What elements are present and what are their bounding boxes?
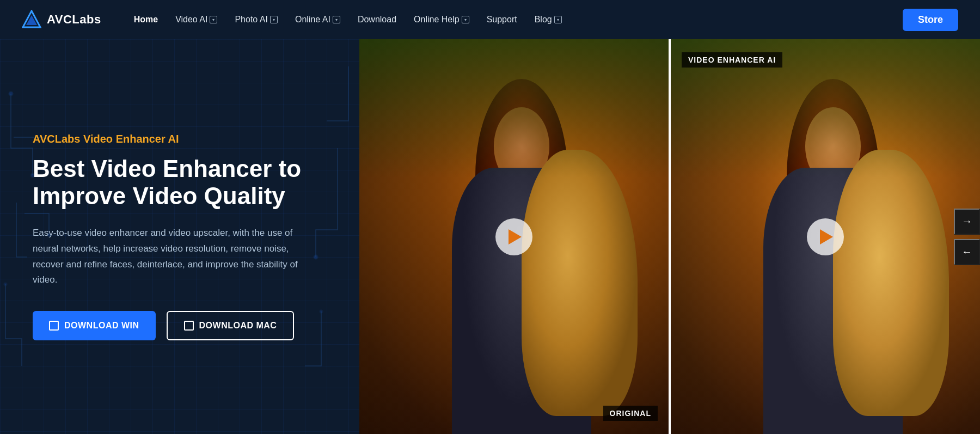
svg-point-4 <box>4 283 7 286</box>
next-arrow-button[interactable]: → <box>954 209 980 235</box>
enhanced-video-section: VIDEO ENHANCER AI → ← <box>671 39 980 434</box>
download-mac-button[interactable]: DOWNLOAD MAC <box>167 311 295 340</box>
logo-area[interactable]: AVCLabs <box>22 10 101 29</box>
chevron-down-icon: ▾ <box>554 16 562 23</box>
avclab-logo-icon <box>22 10 41 29</box>
nav-photo-ai[interactable]: Photo AI ▾ <box>235 15 278 25</box>
original-video-section: ORIGINAL <box>359 39 669 434</box>
play-icon <box>509 229 522 244</box>
download-buttons: DOWNLOAD WIN DOWNLOAD MAC <box>33 311 327 340</box>
mac-icon <box>184 321 194 331</box>
svg-point-2 <box>9 91 13 96</box>
original-label: ORIGINAL <box>603 406 658 421</box>
hero-title: Best Video Enhancer to Improve Video Qua… <box>33 155 327 210</box>
brand-name: AVCLabs <box>47 13 101 27</box>
play-button-enhanced[interactable] <box>807 218 844 255</box>
nav-home[interactable]: Home <box>134 15 158 25</box>
nav-online-ai[interactable]: Online AI ▾ <box>295 15 340 25</box>
download-win-button[interactable]: DOWNLOAD WIN <box>33 311 156 340</box>
nav-online-help[interactable]: Online Help ▾ <box>414 15 469 25</box>
nav-support[interactable]: Support <box>487 15 517 25</box>
windows-icon <box>49 321 59 331</box>
chevron-down-icon: ▾ <box>210 16 217 23</box>
nav-video-ai[interactable]: Video AI ▾ <box>175 15 217 25</box>
play-button-original[interactable] <box>495 218 532 255</box>
comparison-navigation: → ← <box>954 209 980 265</box>
hero-panel: AVCLabs Video Enhancer AI Best Video Enh… <box>0 39 359 434</box>
chevron-down-icon: ▾ <box>462 16 469 23</box>
hero-description: Easy-to-use video enhancer and video ups… <box>33 225 316 289</box>
chevron-down-icon: ▾ <box>270 16 278 23</box>
hero-subtitle: AVCLabs Video Enhancer AI <box>33 133 327 145</box>
navbar: AVCLabs Home Video AI ▾ Photo AI ▾ Onlin… <box>0 0 980 39</box>
comparison-divider <box>669 39 671 434</box>
store-button[interactable]: Store <box>903 9 958 31</box>
nav-download[interactable]: Download <box>358 15 396 25</box>
chevron-down-icon: ▾ <box>333 16 340 23</box>
prev-arrow-button[interactable]: ← <box>954 239 980 265</box>
video-comparison-panel: ORIGINAL VIDEO ENHANCER AI <box>359 39 980 434</box>
enhanced-label: VIDEO ENHANCER AI <box>682 52 782 68</box>
nav-links: Home Video AI ▾ Photo AI ▾ Online AI ▾ D… <box>134 15 903 25</box>
play-icon <box>820 229 833 244</box>
nav-blog[interactable]: Blog ▾ <box>535 15 562 25</box>
main-content: AVCLabs Video Enhancer AI Best Video Enh… <box>0 39 980 434</box>
